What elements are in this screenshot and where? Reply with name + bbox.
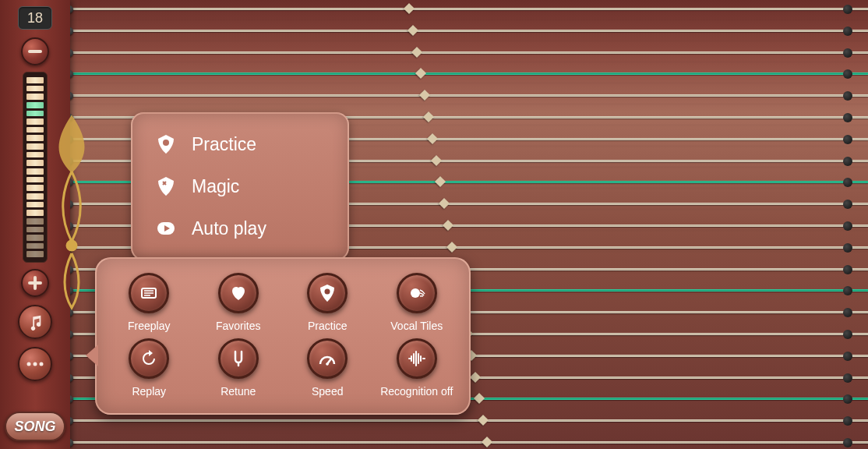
volume-bar xyxy=(26,111,44,117)
string-hole xyxy=(843,135,852,144)
string-hole xyxy=(843,286,852,295)
practice-mode-label: Practice xyxy=(192,134,256,155)
string-hole xyxy=(843,48,852,58)
recognition-button[interactable] xyxy=(397,338,437,379)
speed-button[interactable] xyxy=(307,338,348,379)
volume-bar xyxy=(26,218,44,224)
svg-point-4 xyxy=(34,362,37,366)
replay-tool[interactable]: Replay xyxy=(107,338,191,398)
string-hole xyxy=(843,200,852,209)
score-badge: 18 xyxy=(18,6,52,30)
bridge xyxy=(435,176,446,187)
string-hole xyxy=(843,330,852,339)
bridge xyxy=(478,415,489,426)
volume-bar xyxy=(26,94,44,100)
string-hole xyxy=(843,113,852,122)
practice-mode-item[interactable]: Practice xyxy=(148,123,332,165)
replay-button[interactable] xyxy=(129,338,169,379)
volume-bar xyxy=(26,177,44,183)
bridge xyxy=(431,155,442,166)
recognition-tool[interactable]: Recognition off xyxy=(375,338,459,398)
string[interactable] xyxy=(70,51,868,54)
string-hole xyxy=(843,69,852,79)
bridge xyxy=(474,393,485,404)
tools-panel: FreeplayFavoritesPracticeVocal Tiles Rep… xyxy=(95,257,471,415)
svg-rect-2 xyxy=(28,281,42,285)
plus-button[interactable] xyxy=(21,269,49,297)
svg-point-12 xyxy=(326,362,329,366)
volume-bar xyxy=(26,243,44,249)
retune-icon xyxy=(228,348,249,369)
speed-tool[interactable]: Speed xyxy=(285,338,369,398)
volume-bar xyxy=(26,251,44,257)
volume-bar xyxy=(26,168,44,175)
bridge xyxy=(443,220,453,231)
string-hole xyxy=(843,352,852,361)
volume-bar xyxy=(26,185,44,191)
vocaltiles-icon xyxy=(407,283,427,303)
freeplay-button[interactable] xyxy=(129,273,169,313)
minus-icon xyxy=(28,50,42,53)
volume-bar xyxy=(26,152,44,158)
svg-point-10 xyxy=(325,289,330,295)
freeplay-label: Freeplay xyxy=(128,320,170,332)
vocaltiles-tool[interactable]: Vocal Tiles xyxy=(375,273,459,332)
favorites-button[interactable] xyxy=(218,273,259,313)
string-hole xyxy=(843,373,852,383)
vocaltiles-label: Vocal Tiles xyxy=(390,320,443,332)
pick-sparkle-icon xyxy=(154,175,178,198)
favorites-label: Favorites xyxy=(216,320,261,332)
string[interactable] xyxy=(70,72,868,75)
string[interactable] xyxy=(70,441,868,444)
bridge xyxy=(408,25,418,36)
retune-tool[interactable]: Retune xyxy=(196,338,281,398)
bridge xyxy=(404,3,415,14)
string-hole xyxy=(843,416,852,426)
freeplay-tool[interactable]: Freeplay xyxy=(107,273,191,332)
autoplay-mode-item[interactable]: Auto play xyxy=(148,207,332,249)
magic-mode-item[interactable]: Magic xyxy=(148,165,332,207)
bridge xyxy=(470,372,481,383)
volume-bar xyxy=(26,127,44,133)
bridge xyxy=(427,133,438,144)
svg-point-5 xyxy=(40,362,44,366)
volume-bar xyxy=(26,210,44,216)
svg-point-3 xyxy=(27,362,31,366)
string-hole xyxy=(843,438,852,447)
volume-bar xyxy=(26,77,44,83)
string-hole xyxy=(843,243,852,253)
practice-icon xyxy=(317,283,337,303)
string[interactable] xyxy=(70,419,868,422)
minus-button[interactable] xyxy=(21,37,49,65)
bridge xyxy=(411,47,422,58)
practice-label: Practice xyxy=(308,320,348,332)
volume-bar xyxy=(26,86,44,92)
shield-mic-icon xyxy=(154,133,178,156)
mode-menu: Practice Magic Auto play xyxy=(131,112,349,260)
replay-label: Replay xyxy=(132,385,166,398)
volume-meter[interactable] xyxy=(23,72,48,263)
speed-icon xyxy=(317,348,337,369)
string-hole xyxy=(843,157,852,166)
music-library-button[interactable] xyxy=(18,305,52,339)
string[interactable] xyxy=(70,30,868,32)
recognition-label: Recognition off xyxy=(380,385,453,398)
favorites-icon xyxy=(228,283,249,303)
favorites-tool[interactable]: Favorites xyxy=(196,273,281,332)
more-options-button[interactable] xyxy=(18,347,52,381)
string[interactable] xyxy=(70,94,868,97)
practice-tool[interactable]: Practice xyxy=(285,273,369,332)
speed-label: Speed xyxy=(312,385,343,398)
practice-button[interactable] xyxy=(307,273,348,313)
retune-button[interactable] xyxy=(218,338,259,379)
string-hole xyxy=(843,265,852,274)
volume-bar xyxy=(26,235,44,241)
vocaltiles-button[interactable] xyxy=(397,273,437,313)
plus-icon xyxy=(28,276,42,290)
recognition-icon xyxy=(407,348,427,369)
bridge xyxy=(446,242,457,253)
string[interactable] xyxy=(70,8,868,10)
autoplay-mode-label: Auto play xyxy=(192,218,266,239)
song-button[interactable]: SONG xyxy=(5,412,65,441)
bridge xyxy=(415,68,426,79)
